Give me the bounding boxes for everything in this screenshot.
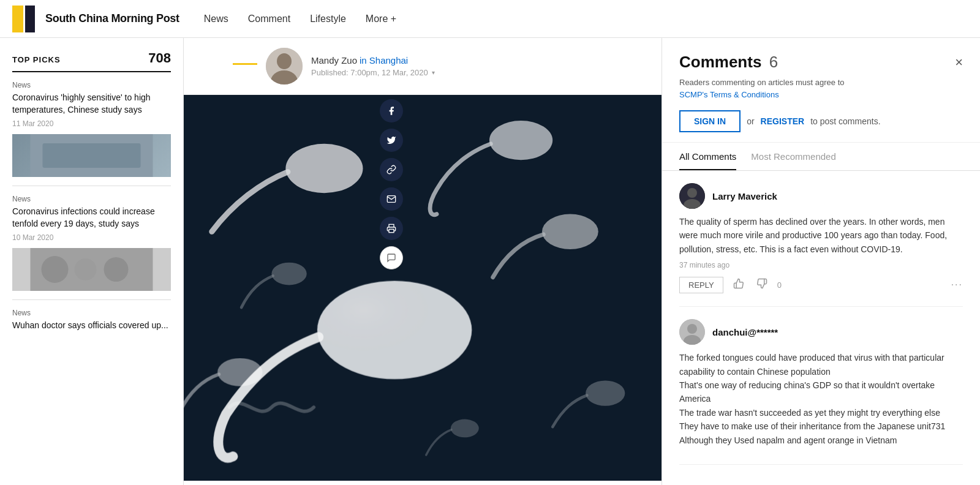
author-name-line: Mandy Zuo in Shanghai	[311, 55, 435, 66]
sign-in-button[interactable]: SIGN IN	[679, 110, 741, 132]
article-title-1[interactable]: Coronavirus 'highly sensitive' to high t…	[12, 92, 171, 116]
author-avatar	[266, 48, 303, 85]
thumb-image-2	[12, 248, 171, 291]
published-date: Published: 7:00pm, 12 Mar, 2020	[311, 68, 428, 77]
email-share-button[interactable]	[380, 187, 403, 211]
comments-panel: Comments 6 × Readers commenting on artic…	[662, 38, 980, 485]
comments-list: Larry Maverick The quality of sperm has …	[662, 171, 980, 465]
svg-point-12	[317, 281, 472, 380]
social-share	[380, 99, 403, 269]
svg-point-16	[217, 358, 262, 386]
main-nav: News Comment Lifestyle More +	[204, 13, 396, 24]
terms-conditions-link[interactable]: SCMP's Terms & Conditions	[679, 90, 779, 99]
svg-point-15	[542, 214, 598, 249]
article-area: Mandy Zuo in Shanghai Published: 7:00pm,…	[184, 38, 662, 485]
nav-lifestyle[interactable]: Lifestyle	[310, 13, 346, 24]
twitter-share-button[interactable]	[380, 129, 403, 152]
nav-more[interactable]: More +	[366, 13, 396, 24]
article-thumb-2[interactable]	[12, 248, 171, 291]
or-text: or	[747, 116, 754, 126]
more-options-button-1[interactable]: ···	[951, 279, 963, 290]
svg-point-14	[489, 121, 552, 160]
article-meta: Mandy Zuo in Shanghai Published: 7:00pm,…	[184, 38, 662, 95]
comments-count: 6	[769, 53, 778, 71]
logo[interactable]: South China Morning Post	[12, 6, 179, 32]
author-location[interactable]: in Shanghai	[360, 55, 408, 66]
article-image	[184, 95, 662, 481]
comment-item-2: danchui@****** The forked tongues could …	[679, 307, 963, 465]
comments-title: Comments	[679, 53, 761, 71]
like-button-1[interactable]	[731, 276, 747, 294]
article-thumb-1[interactable]	[12, 134, 171, 177]
to-post-text: to post comments.	[810, 116, 880, 126]
article-tag-3: News	[12, 309, 171, 317]
comments-note: Readers commenting on articles must agre…	[679, 77, 963, 100]
sidebar: TOP PICKS 708 News Coronavirus 'highly s…	[0, 38, 184, 485]
comment-body-1: The quality of sperm has declined over t…	[679, 215, 963, 256]
article-date-2: 10 Mar 2020	[12, 233, 171, 242]
comment-author-row-1: Larry Maverick	[679, 183, 963, 209]
article-title-2[interactable]: Coronavirus infections could increase te…	[12, 206, 171, 230]
comments-title-row: Comments 6 ×	[679, 53, 963, 72]
print-button[interactable]	[380, 217, 403, 240]
article-tag-1: News	[12, 81, 171, 89]
svg-point-24	[687, 324, 697, 334]
article-tag-2: News	[12, 195, 171, 203]
avatar-image-2	[679, 319, 705, 345]
publish-line: Published: 7:00pm, 12 Mar, 2020 ▾	[311, 68, 435, 77]
comment-item: Larry Maverick The quality of sperm has …	[679, 171, 963, 307]
nav-comment[interactable]: Comment	[248, 13, 290, 24]
top-picks-title: TOP PICKS	[12, 55, 61, 64]
comment-username-2: danchui@******	[712, 327, 778, 337]
svg-point-7	[277, 53, 292, 69]
article-title-3[interactable]: Wuhan doctor says officials covered up..…	[12, 320, 171, 332]
comment-author-row-2: danchui@******	[679, 319, 963, 345]
site-title: South China Morning Post	[45, 12, 179, 25]
avatar-image-1	[679, 183, 705, 209]
comment-avatar-2	[679, 319, 705, 345]
author-info: Mandy Zuo in Shanghai Published: 7:00pm,…	[311, 55, 435, 77]
comment-username-1: Larry Maverick	[712, 191, 777, 201]
svg-rect-9	[389, 229, 394, 232]
comment-button[interactable]	[380, 246, 403, 269]
tab-most-recommended[interactable]: Most Recommended	[751, 151, 835, 170]
vote-count-1: 0	[777, 280, 782, 290]
top-picks-count: 708	[148, 50, 171, 66]
svg-point-18	[451, 419, 479, 438]
facebook-share-button[interactable]	[380, 99, 403, 122]
svg-point-21	[687, 188, 697, 198]
author-name[interactable]: Mandy Zuo	[311, 55, 357, 66]
yellow-bar	[233, 63, 257, 65]
dropdown-arrow[interactable]: ▾	[432, 69, 435, 76]
dislike-button-1[interactable]	[754, 276, 770, 294]
comments-note-text: Readers commenting on articles must agre…	[679, 78, 845, 87]
svg-point-5	[104, 257, 129, 282]
main-layout: TOP PICKS 708 News Coronavirus 'highly s…	[0, 38, 980, 485]
top-picks-divider	[12, 71, 171, 72]
svg-point-4	[75, 258, 97, 280]
register-link[interactable]: REGISTER	[761, 116, 805, 126]
comments-header: Comments 6 × Readers commenting on artic…	[662, 38, 980, 143]
svg-rect-1	[43, 143, 141, 168]
comment-avatar-1	[679, 183, 705, 209]
comment-time-1: 37 minutes ago	[679, 261, 963, 269]
tab-all-comments[interactable]: All Comments	[679, 151, 736, 170]
close-comments-button[interactable]: ×	[955, 55, 963, 70]
article-divider-2	[12, 299, 171, 300]
article-divider-1	[12, 186, 171, 186]
logo-icon	[12, 6, 39, 32]
svg-point-19	[271, 263, 306, 285]
comment-tabs: All Comments Most Recommended	[662, 143, 980, 171]
svg-point-13	[285, 144, 363, 193]
link-share-button[interactable]	[380, 158, 403, 181]
svg-point-17	[586, 380, 625, 405]
author-avatar-image	[266, 48, 303, 85]
article-illustration	[184, 95, 662, 481]
comment-body-2: The forked tongues could have produced t…	[679, 351, 963, 447]
comments-title-group: Comments 6	[679, 53, 778, 72]
reply-button-1[interactable]: REPLY	[679, 277, 723, 293]
sign-in-area: SIGN IN or REGISTER to post comments.	[679, 110, 963, 132]
svg-point-3	[42, 256, 69, 283]
top-picks-header: TOP PICKS 708	[12, 50, 171, 66]
nav-news[interactable]: News	[204, 13, 228, 24]
